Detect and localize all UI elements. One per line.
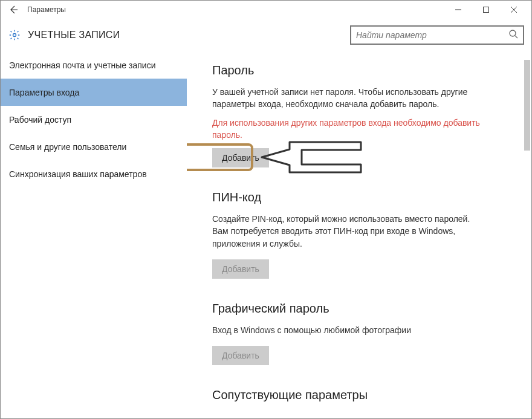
section-related: Сопутствующие параметры	[212, 388, 505, 402]
maximize-button[interactable]	[472, 1, 500, 19]
content: Пароль У вашей учетной записи нет пароля…	[187, 51, 523, 418]
svg-point-5	[510, 30, 516, 36]
picture-heading: Графический пароль	[212, 302, 505, 316]
section-password: Пароль У вашей учетной записи нет пароля…	[212, 63, 505, 186]
sidebar-item-family[interactable]: Семья и другие пользователи	[1, 133, 187, 160]
pin-heading: ПИН-код	[212, 190, 505, 204]
section-pin: ПИН-код Создайте PIN-код, который можно …	[212, 190, 505, 297]
password-heading: Пароль	[212, 63, 505, 77]
back-button[interactable]	[4, 1, 22, 19]
pin-desc: Создайте PIN-код, который можно использо…	[212, 213, 478, 250]
sidebar-item-label: Синхронизация ваших параметров	[9, 169, 147, 179]
svg-rect-1	[484, 7, 489, 13]
titlebar: Параметры	[1, 1, 531, 19]
scrollbar-thumb[interactable]	[524, 60, 530, 151]
password-warning: Для использования других параметров вход…	[212, 117, 490, 141]
search-input[interactable]	[356, 30, 508, 40]
add-password-button[interactable]: Добавить	[212, 148, 269, 167]
close-button[interactable]	[500, 1, 528, 19]
svg-point-4	[13, 34, 16, 37]
page-title: УЧЕТНЫЕ ЗАПИСИ	[28, 30, 120, 41]
gear-icon	[8, 29, 21, 41]
sidebar-item-label: Параметры входа	[9, 88, 79, 97]
search-container	[350, 25, 524, 45]
add-picture-password-button[interactable]: Добавить	[212, 346, 269, 365]
sidebar-item-signin[interactable]: Параметры входа	[1, 79, 187, 106]
add-pin-button[interactable]: Добавить	[212, 259, 269, 279]
minimize-button[interactable]	[444, 1, 472, 19]
window-title: Параметры	[27, 5, 66, 14]
search-box[interactable]	[350, 25, 524, 45]
search-icon	[508, 29, 518, 41]
sidebar: Электронная почта и учетные записи Парам…	[1, 51, 187, 418]
sidebar-item-email[interactable]: Электронная почта и учетные записи	[1, 51, 187, 79]
sidebar-item-sync[interactable]: Синхронизация ваших параметров	[1, 160, 187, 187]
body: Электронная почта и учетные записи Парам…	[1, 51, 531, 418]
window-controls	[444, 1, 528, 19]
sidebar-item-label: Семья и другие пользователи	[9, 142, 126, 152]
svg-line-6	[515, 36, 517, 38]
settings-window: Параметры УЧЕТНЫЕ ЗАПИСИ	[0, 0, 532, 419]
section-picture-password: Графический пароль Вход в Windows с помо…	[212, 302, 505, 383]
related-heading: Сопутствующие параметры	[212, 388, 505, 402]
password-desc: У вашей учетной записи нет пароля. Чтобы…	[212, 86, 478, 111]
vertical-scrollbar[interactable]	[523, 51, 531, 418]
sidebar-item-label: Рабочий доступ	[9, 115, 71, 125]
content-area: Пароль У вашей учетной записи нет пароля…	[187, 51, 531, 418]
sidebar-item-work[interactable]: Рабочий доступ	[1, 106, 187, 133]
sidebar-item-label: Электронная почта и учетные записи	[9, 60, 155, 70]
picture-desc: Вход в Windows с помощью любимой фотогра…	[212, 324, 478, 336]
header: УЧЕТНЫЕ ЗАПИСИ	[1, 19, 531, 51]
